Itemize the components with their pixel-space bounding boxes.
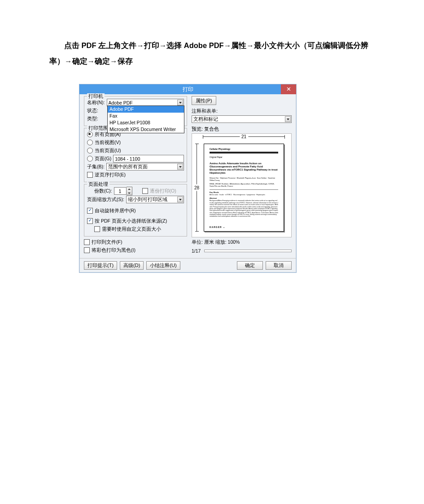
page-counter: 1/17: [192, 248, 201, 254]
range-pages-label: 页面(G): [95, 156, 111, 162]
printer-type-label: 类型:: [87, 116, 98, 122]
range-legend: 打印范围: [87, 125, 109, 131]
printer-dropdown[interactable]: Adobe PDF Fax HP LaserJet P1008 Microsof…: [107, 105, 184, 133]
preview-abstract-label: Abstract: [210, 197, 278, 199]
printer-option[interactable]: Adobe PDF: [108, 106, 184, 113]
preview-box: 21 28 Cellular Physiology Original Paper…: [192, 133, 292, 237]
dialog-footer: 打印提示(T) 高级(D) 小结注释(U) 确定 取消: [79, 258, 296, 272]
range-current-view-label: 当前视图(V): [95, 140, 121, 146]
custom-size-label: 需要时使用自定义页面大小: [102, 226, 161, 232]
pdf-page-size-checkbox[interactable]: [87, 218, 93, 224]
range-pages-input[interactable]: [113, 155, 184, 162]
ruler-vertical: 28: [197, 144, 201, 232]
preview-label: 预览: 复合色: [192, 126, 292, 132]
chevron-down-icon[interactable]: [177, 164, 183, 170]
properties-button[interactable]: 属性(P): [192, 96, 216, 105]
subset-select[interactable]: [106, 163, 184, 171]
printer-status-label: 状态:: [87, 108, 98, 114]
preview-authors: Weiwei Dai · Stéphane Panserat · Elisabe…: [210, 177, 278, 182]
range-current-page-radio[interactable]: [87, 148, 93, 153]
printing-tips-button[interactable]: 打印提示(T): [84, 261, 117, 270]
preview-abstract: Background/Aims Emerging evidence in mam…: [210, 200, 278, 217]
cancel-button[interactable]: 取消: [266, 261, 292, 270]
instruction-text: 点击 PDF 左上角文件→打印→选择 Adobe PDF→属性→最小文件大小（可…: [49, 38, 375, 69]
advanced-button[interactable]: 高级(D): [120, 261, 144, 270]
reverse-order-checkbox[interactable]: [87, 172, 93, 178]
auto-rotate-checkbox[interactable]: [87, 208, 93, 214]
custom-size-checkbox[interactable]: [94, 226, 100, 232]
subset-label: 子集(B):: [87, 164, 105, 170]
range-pages-radio[interactable]: [87, 156, 93, 162]
color-as-black-label: 将彩色打印为黑色(I): [92, 247, 136, 254]
printer-name-label: 名称(N):: [87, 100, 105, 106]
dialog-title: 打印: [79, 84, 296, 94]
handling-legend: 页面处理: [87, 181, 109, 188]
screenshot-region: 打印 ✕ 打印机 名称(N):: [79, 84, 296, 273]
printer-option[interactable]: HP LaserJet P1008: [108, 119, 184, 126]
close-button[interactable]: ✕: [281, 84, 296, 94]
preview-page: Cellular Physiology Original Paper Amino…: [204, 144, 284, 232]
comments-forms-label: 注释和表单:: [192, 108, 292, 114]
preview-section: Original Paper: [210, 156, 278, 158]
printer-group: 打印机 名称(N): Adobe PDF Fax HP LaserJet P10…: [84, 96, 187, 126]
chevron-down-icon[interactable]: [177, 197, 183, 202]
titlebar[interactable]: 打印 ✕: [79, 84, 296, 94]
ruler-height-value: 28: [194, 184, 199, 191]
collate-label: 逐份打印(O): [150, 188, 176, 194]
print-range-group: 打印范围 所有页面(A) 当前视图(V) 当前页面(U) 页面(G) 子集(B)…: [84, 128, 187, 182]
print-dialog: 打印 ✕ 打印机 名称(N):: [79, 84, 297, 273]
color-as-black-checkbox[interactable]: [84, 247, 90, 253]
chevron-down-icon[interactable]: [177, 100, 183, 105]
range-current-view-radio[interactable]: [87, 140, 93, 145]
print-to-file-label: 打印到文件(F): [92, 239, 122, 245]
preview-keywords: Amino acids · Insulin · mTORC1 · Glucone…: [210, 194, 278, 196]
chevron-down-icon[interactable]: [285, 116, 291, 122]
printer-option[interactable]: Fax: [108, 113, 184, 119]
copies-label: 份数(C):: [94, 188, 112, 194]
scaling-select[interactable]: [126, 196, 184, 203]
summarize-comments-button[interactable]: 小结注释(U): [146, 261, 180, 270]
ok-button[interactable]: 确定: [237, 261, 263, 270]
reverse-order-label: 逆页序打印(E): [95, 172, 126, 178]
copies-spinner[interactable]: [127, 187, 132, 195]
copies-input[interactable]: [114, 187, 127, 195]
range-current-page-label: 当前页面(U): [95, 148, 121, 154]
collate-checkbox: [142, 188, 148, 194]
scaling-label: 页面缩放方式(S):: [87, 197, 124, 203]
printer-option[interactable]: Microsoft XPS Document Writer: [108, 126, 184, 133]
pdf-page-size-label: 按 PDF 页面大小选择纸张来源(Z): [95, 218, 167, 224]
page-slider[interactable]: [204, 250, 292, 252]
comments-forms-select[interactable]: [192, 115, 292, 123]
auto-rotate-label: 自动旋转并居中(R): [95, 208, 136, 214]
page-handling-group: 页面处理 份数(C): 逐份打印(O) 页面缩放方: [84, 184, 187, 237]
preview-keywords-label: Key Words: [210, 191, 278, 193]
printer-legend: 打印机: [87, 93, 105, 100]
preview-bar: [210, 152, 278, 153]
ruler-width-value: 21: [240, 134, 248, 139]
print-to-file-checkbox[interactable]: [84, 239, 90, 245]
preview-footer-brand: KARGER: [210, 226, 222, 228]
range-all-radio[interactable]: [87, 131, 93, 137]
preview-journal: Cellular Physiology: [210, 148, 230, 150]
preview-affil: INRA, UR1067 Nutrition, Métabolisme, Aqu…: [210, 183, 278, 188]
preview-units-line: 单位: 厘米 缩放: 100%: [192, 239, 292, 245]
ruler-horizontal: 21: [203, 136, 285, 141]
preview-doc-title: Amino Acids Attenuate Insulin Action on …: [210, 162, 278, 175]
